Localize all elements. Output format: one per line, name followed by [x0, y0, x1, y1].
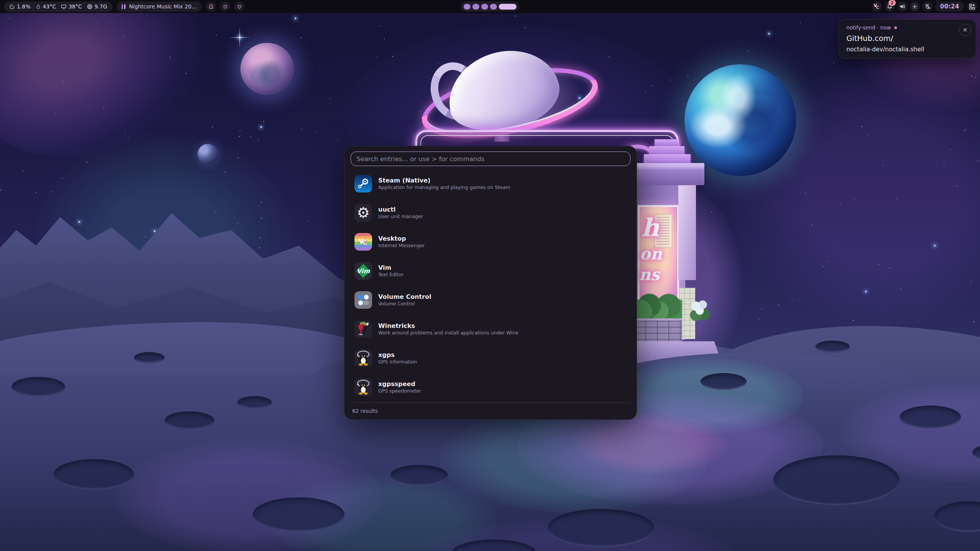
launcher-entry[interactable]: Steam (Native) Application for managing …	[348, 169, 633, 198]
small-planet	[198, 144, 218, 165]
launcher-button[interactable]	[967, 2, 977, 11]
pause-icon	[122, 4, 126, 9]
vesktop-tray-button[interactable]: VC	[872, 2, 882, 11]
moon-off-icon	[924, 3, 931, 10]
close-icon: ×	[963, 26, 968, 33]
notifications-button[interactable]: 2	[885, 2, 895, 11]
launcher-results-list: Steam (Native) Application for managing …	[345, 166, 637, 403]
launcher-footer: 62 results	[351, 403, 630, 419]
launcher-entry[interactable]: xgps GPS information	[348, 344, 633, 373]
temperature-value: 43°C	[43, 3, 56, 10]
entry-title: xgpsspeed	[378, 381, 421, 388]
entry-description: User unit manager	[378, 214, 423, 219]
workspace-pill-active[interactable]	[499, 4, 516, 10]
workspace-dot[interactable]	[490, 4, 497, 10]
crater	[900, 406, 961, 429]
shop-cornice	[632, 163, 704, 185]
gpu-temperature-stat: 38°C	[61, 3, 82, 10]
launcher-entry[interactable]: VC Vesktop Internet Messenger	[348, 227, 633, 256]
brightness-button[interactable]	[910, 2, 920, 11]
clock: 00:24	[940, 3, 959, 10]
tux-app-icon	[354, 378, 372, 396]
results-count: 62 results	[352, 408, 378, 414]
notification-close-button[interactable]: ×	[959, 24, 971, 36]
steam-app-icon	[354, 175, 372, 192]
bright-star	[768, 33, 770, 34]
bright-star	[934, 245, 936, 246]
heart-button[interactable]	[234, 2, 244, 11]
flare-star	[238, 36, 241, 39]
entry-title: Winetricks	[378, 323, 518, 329]
heart-icon	[222, 4, 228, 10]
gauge-icon	[9, 4, 15, 10]
notification-title: GitHub.com/	[846, 34, 968, 43]
launcher-entry[interactable]: xgpsspeed GPS speedometer	[348, 373, 633, 402]
ground-glow-patch	[574, 413, 727, 474]
launcher-entry[interactable]: Vim Vim Text Editor	[348, 256, 633, 285]
entry-description: Volume Control	[378, 301, 431, 306]
top-bar-right: VC 2 00:24	[872, 2, 977, 11]
crater	[165, 411, 214, 430]
neon-script-letter: on	[640, 246, 662, 262]
clock-pill[interactable]: 00:24	[935, 2, 964, 11]
vim-app-icon: Vim	[354, 262, 372, 280]
pink-planet	[240, 43, 294, 95]
tux-app-icon	[354, 349, 372, 367]
crater	[701, 373, 746, 390]
entry-description: Work around problems and install applica…	[378, 330, 518, 336]
notification-header: notify-send · now	[846, 24, 968, 31]
vesktop-app-icon: VC	[354, 233, 372, 251]
launcher-entry[interactable]: Winetricks Work around problems and inst…	[348, 315, 633, 344]
cpu-value: 1.8%	[17, 3, 31, 10]
monitor-icon	[61, 4, 67, 10]
bright-star	[260, 126, 262, 128]
workspace-indicator	[461, 2, 519, 11]
search-wrap	[351, 152, 630, 166]
unread-dot-icon	[894, 26, 897, 29]
bright-star	[295, 18, 296, 19]
chip-icon	[87, 4, 93, 10]
workspace-dot[interactable]	[481, 4, 488, 10]
media-player-pill[interactable]: Nightcore Music Mix 20…	[117, 2, 202, 12]
volume-button[interactable]	[897, 2, 907, 11]
workspace-dot[interactable]	[472, 4, 479, 10]
search-input[interactable]	[351, 152, 630, 166]
gear-app-icon: ⚙	[354, 204, 372, 222]
crater	[11, 377, 65, 397]
entry-title: xgps	[378, 352, 417, 359]
volume-app-icon	[354, 291, 372, 309]
crater	[237, 396, 272, 409]
notification-badge: 2	[889, 0, 896, 6]
neon-script-letter: h	[641, 215, 659, 240]
app-grid-icon	[969, 3, 975, 10]
launcher-entry[interactable]: ⚙ uuctl User unit manager	[348, 198, 633, 227]
notification-source: notify-send · now	[846, 24, 891, 31]
winetricks-app-icon	[354, 320, 372, 338]
speaker-icon	[899, 3, 905, 10]
launcher-entry[interactable]: Volume Control Volume Control	[348, 285, 633, 315]
vesktop-tray-icon: VC	[874, 3, 880, 10]
flame-icon	[36, 4, 41, 10]
app-launcher: Steam (Native) Application for managing …	[344, 146, 637, 420]
top-bar-left: 1.8% 43°C 38°C 9.7G Nightcore Music Mix …	[4, 2, 244, 12]
bright-star	[78, 221, 80, 223]
gpu-temperature-value: 38°C	[69, 3, 82, 10]
entry-title: uuctl	[378, 206, 423, 213]
night-light-button[interactable]	[923, 2, 933, 11]
shop-window: h on ns	[638, 205, 679, 305]
crater	[54, 459, 134, 490]
heart-button[interactable]	[220, 2, 230, 11]
flower-bush	[690, 298, 710, 321]
entry-title: Volume Control	[378, 293, 431, 300]
crater	[815, 341, 850, 353]
memory-stat: 9.7G	[87, 3, 107, 10]
heart-icon	[237, 4, 242, 10]
crater	[134, 352, 165, 364]
moon-coffee-shop: h on ns	[632, 138, 714, 375]
system-stats-pill[interactable]: 1.8% 43°C 38°C 9.7G	[4, 2, 113, 12]
workspace-dot[interactable]	[464, 4, 470, 10]
entry-title: Vesktop	[378, 235, 425, 242]
neon-script-letter: ns	[639, 267, 660, 283]
notification-popup[interactable]: notify-send · now × GitHub.com/ noctalia…	[838, 19, 976, 59]
ghost-button[interactable]	[206, 2, 216, 11]
